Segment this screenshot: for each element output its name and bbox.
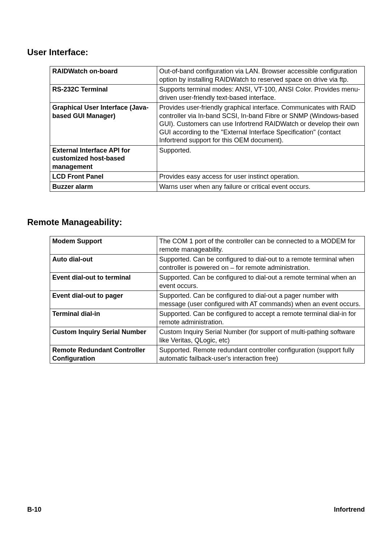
row-value: Supported. Can be configured to accept a… — [157, 309, 364, 327]
row-label: Graphical User Interface (Java-based GUI… — [50, 103, 157, 146]
user-interface-table: RAIDWatch on-board Out-of-band configura… — [50, 66, 365, 192]
row-label: External Interface API for customized ho… — [50, 145, 157, 172]
remote-manageability-table: Modem Support The COM 1 port of the cont… — [50, 236, 365, 364]
user-interface-section: User Interface: RAIDWatch on-board Out-o… — [27, 47, 365, 192]
row-label: Auto dial-out — [50, 255, 157, 273]
row-value: Custom Inquiry Serial Number (for suppor… — [157, 327, 364, 345]
table-row: Modem Support The COM 1 port of the cont… — [50, 236, 365, 255]
table-row: RS-232C Terminal Supports terminal modes… — [50, 85, 365, 103]
row-label: Remote Redundant Controller Configuratio… — [50, 345, 157, 364]
table-row: Remote Redundant Controller Configuratio… — [50, 345, 365, 364]
table-row: RAIDWatch on-board Out-of-band configura… — [50, 66, 365, 85]
section-heading: Remote Manageability: — [27, 217, 365, 227]
table-row: Event dial-out to terminal Supported. Ca… — [50, 273, 365, 291]
table-row: Event dial-out to pager Supported. Can b… — [50, 291, 365, 309]
remote-manageability-section: Remote Manageability: Modem Support The … — [27, 217, 365, 364]
row-value: Supported. Can be configured to dial-out… — [157, 255, 364, 273]
footer-page-number: B-10 — [27, 506, 41, 513]
table-row: Graphical User Interface (Java-based GUI… — [50, 103, 365, 146]
table-row: Custom Inquiry Serial Number Custom Inqu… — [50, 327, 365, 345]
page-footer: B-10 Infortrend — [27, 506, 365, 513]
row-value: Supported. Can be configured to dial-out… — [157, 273, 364, 291]
row-value: Warns user when any failure or critical … — [157, 182, 364, 192]
row-value: Provides user-friendly graphical interfa… — [157, 103, 364, 146]
table-row: Auto dial-out Supported. Can be configur… — [50, 255, 365, 273]
row-label: Buzzer alarm — [50, 182, 157, 192]
row-value: Supports terminal modes: ANSI, VT-100, A… — [157, 85, 364, 103]
table-row: Buzzer alarm Warns user when any failure… — [50, 182, 365, 192]
row-value: Supported. Can be configured to dial-out… — [157, 291, 364, 309]
row-label: RS-232C Terminal — [50, 85, 157, 103]
row-value: Out-of-band configuration via LAN. Brows… — [157, 66, 364, 85]
table-row: Terminal dial-in Supported. Can be confi… — [50, 309, 365, 327]
row-value: The COM 1 port of the controller can be … — [157, 236, 364, 255]
footer-brand: Infortrend — [334, 506, 365, 513]
row-label: Terminal dial-in — [50, 309, 157, 327]
row-label: RAIDWatch on-board — [50, 66, 157, 85]
section-heading: User Interface: — [27, 47, 365, 57]
row-value: Supported. — [157, 145, 364, 172]
row-label: Event dial-out to terminal — [50, 273, 157, 291]
row-value: Provides easy access for user instinct o… — [157, 172, 364, 182]
row-label: Event dial-out to pager — [50, 291, 157, 309]
row-label: Modem Support — [50, 236, 157, 255]
row-value: Supported. Remote redundant controller c… — [157, 345, 364, 364]
row-label: LCD Front Panel — [50, 172, 157, 182]
row-label: Custom Inquiry Serial Number — [50, 327, 157, 345]
table-row: LCD Front Panel Provides easy access for… — [50, 172, 365, 182]
table-row: External Interface API for customized ho… — [50, 145, 365, 172]
